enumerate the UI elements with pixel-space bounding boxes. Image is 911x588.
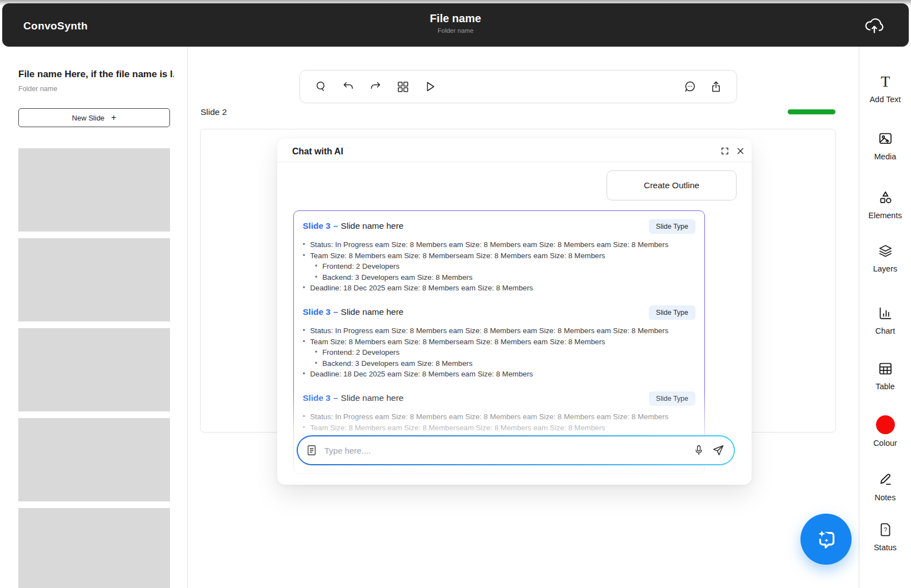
expand-icon: [720, 147, 730, 155]
slide-grid-button[interactable]: [396, 80, 409, 93]
close-button[interactable]: [736, 146, 746, 156]
slide-ref: Slide 3: [303, 221, 331, 230]
toolbar-right-group: [683, 80, 737, 93]
file-name-title[interactable]: File name: [2, 12, 909, 25]
bullet-dot: •: [303, 325, 305, 336]
sidebar-item-media[interactable]: Media: [859, 130, 911, 161]
sidebar-item-chart[interactable]: Chart: [859, 304, 911, 335]
left-sidebar-divider: [187, 47, 188, 588]
layers-icon: [877, 242, 894, 260]
bullet-dot: •: [303, 336, 305, 348]
sidebar-item-status[interactable]: ? Status: [859, 521, 911, 552]
bullet-dot: •: [303, 411, 305, 423]
outline-block-header: Slide 3–Slide name here Slide Type: [303, 221, 695, 234]
slide-thumbnail-5[interactable]: [18, 508, 170, 588]
top-bar: ConvoSynth File name Folder name: [2, 3, 909, 47]
comments-button[interactable]: [683, 80, 697, 93]
bullet-dot: •: [303, 369, 305, 380]
bullet-dot: •: [303, 283, 305, 294]
progress-bar: [788, 109, 835, 114]
outline-block: Slide 3–Slide name here Slide Type •Stat…: [303, 221, 695, 294]
notes-icon: [877, 471, 894, 489]
sidebar-item-table[interactable]: Table: [859, 360, 911, 391]
create-outline-button[interactable]: Create Outline: [607, 170, 737, 200]
document-folder-name: Folder name: [18, 85, 57, 93]
current-slide-label: Slide 2: [201, 107, 227, 117]
outline-bullet: •Deadline: 18 Dec 2025 eam Size: 8 Membe…: [303, 283, 695, 294]
cloud-upload-button[interactable]: [863, 14, 885, 37]
document-title: File name Here, if the file name is l...: [18, 69, 174, 80]
outline-bullet: •Status: In Progress eam Size: 8 Members…: [303, 411, 695, 423]
microphone-icon: [693, 444, 706, 457]
chart-icon: [877, 304, 894, 322]
svg-text:?: ?: [883, 526, 887, 533]
ai-assistant-fab[interactable]: [800, 514, 852, 565]
outline-block: Slide 3–Slide name here Slide Type •Stat…: [303, 307, 695, 380]
slide-type-badge[interactable]: Slide Type: [649, 391, 695, 406]
sidebar-item-elements[interactable]: Elements: [859, 189, 911, 220]
toolbar-left-group: [300, 80, 437, 93]
sidebar-item-colour[interactable]: Colour: [859, 415, 911, 448]
share-button[interactable]: [709, 80, 723, 93]
modal-header-divider: [277, 162, 752, 162]
app-root: ConvoSynth File name Folder name File na…: [0, 0, 911, 588]
slide-thumbnail-3[interactable]: [18, 328, 170, 411]
cloud-upload-icon: [863, 14, 885, 37]
slide-type-badge[interactable]: Slide Type: [649, 305, 695, 320]
svg-text:T: T: [880, 73, 890, 90]
close-icon: [736, 147, 746, 155]
send-button[interactable]: [712, 444, 725, 457]
outline-sub-bullet: •Frontend: 2 Developers: [315, 261, 695, 272]
ai-outline-result: Slide 3–Slide name here Slide Type •Stat…: [293, 210, 705, 474]
sidebar-item-notes[interactable]: Notes: [859, 471, 911, 502]
grid-icon: [396, 80, 409, 93]
slide-thumbnail-2[interactable]: [18, 238, 170, 321]
colour-swatch: [876, 415, 895, 434]
expand-button[interactable]: [720, 146, 730, 156]
attach-document-icon[interactable]: [306, 444, 319, 457]
outline-bullet: •Team Size: 8 Members eam Size: 8 Member…: [303, 250, 695, 262]
elements-icon: [877, 189, 894, 207]
slide-thumbnail-1[interactable]: [18, 148, 170, 232]
outline-block-header: Slide 3–Slide name here Slide Type: [303, 307, 695, 320]
outline-bullet: •Team Size: 8 Members eam Size: 8 Member…: [303, 423, 695, 434]
chat-input-bar: [297, 435, 735, 465]
new-slide-label: New Slide: [72, 114, 105, 122]
slide-thumbnail-4[interactable]: [18, 418, 170, 501]
new-slide-button[interactable]: New Slide +: [18, 108, 170, 127]
outline-bullet: •Status: In Progress eam Size: 8 Members…: [303, 325, 695, 336]
present-button[interactable]: [423, 80, 437, 93]
plus-icon: +: [111, 113, 116, 123]
redo-icon: [369, 80, 382, 93]
bullet-dot: •: [315, 272, 317, 283]
outline-bullet: •Status: In Progress eam Size: 8 Members…: [303, 239, 695, 250]
play-icon: [423, 80, 437, 93]
bullet-dot: •: [315, 358, 317, 369]
comments-icon: [683, 80, 697, 93]
outline-sub-bullet: •Frontend: 2 Developers: [315, 347, 695, 358]
send-icon: [712, 444, 725, 457]
chat-message-input[interactable]: [324, 446, 687, 455]
slide-name: Slide name here: [341, 221, 404, 230]
text-icon: T: [877, 73, 894, 91]
redo-button[interactable]: [369, 80, 382, 93]
undo-button[interactable]: [342, 80, 355, 93]
folder-name-subtitle: Folder name: [2, 27, 909, 34]
bullet-dot: •: [303, 250, 305, 262]
sidebar-item-layers[interactable]: Layers: [859, 242, 911, 273]
canvas-toolbar: [299, 70, 737, 103]
search-button[interactable]: [314, 80, 328, 93]
share-icon: [709, 80, 723, 93]
sidebar-item-add-text[interactable]: T Add Text: [859, 73, 911, 104]
outline-bullet: •Team Size: 8 Members eam Size: 8 Member…: [303, 336, 695, 348]
table-icon: [877, 360, 894, 378]
microphone-button[interactable]: [693, 444, 706, 457]
slide-name: Slide name here: [341, 307, 404, 316]
bullet-dot: •: [315, 261, 317, 272]
slide-ref: Slide 3: [303, 307, 331, 316]
slide-name: Slide name here: [341, 393, 404, 403]
slide-type-badge[interactable]: Slide Type: [649, 219, 695, 234]
outline-sub-bullet: •Backend: 3 Developers eam Size: 8 Membe…: [315, 272, 695, 283]
chat-with-ai-modal: Chat with AI Create Outline Slide 3–Slid…: [277, 138, 752, 485]
ai-chat-sparkle-icon: [813, 526, 839, 552]
